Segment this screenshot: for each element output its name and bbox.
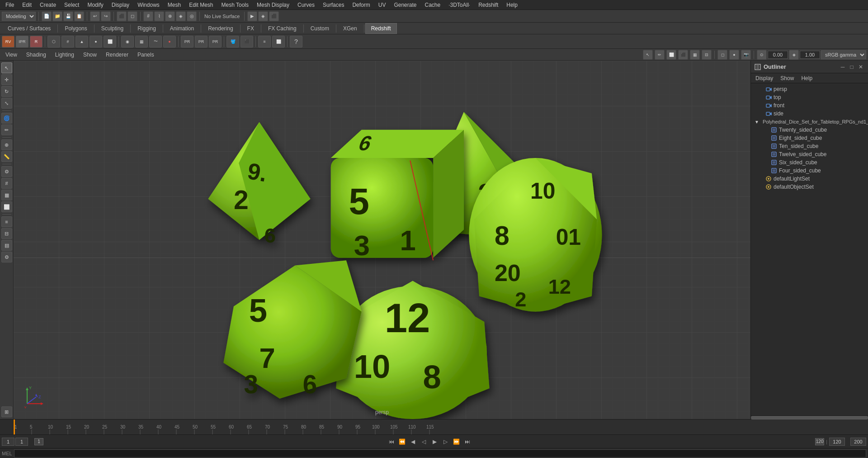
tab-fx[interactable]: FX [241,23,260,34]
snap-grid-btn[interactable]: # [143,11,153,21]
playback-end-box[interactable]: 120 [815,438,824,445]
attr-btn[interactable]: ≡ [1,216,12,227]
timeline-ruler[interactable]: 1 5 10 15 20 25 30 35 40 45 50 55 60 [14,420,868,434]
cylinder-btn[interactable]: ⬜ [104,36,116,48]
tab-fx-caching[interactable]: FX Caching [262,23,302,34]
pr2-btn[interactable]: PR [195,36,208,48]
expand-d6[interactable] [764,160,769,165]
outliner-item-front[interactable]: front [751,101,868,110]
snap-tool-btn[interactable]: ⊕ [1,139,12,150]
scale-tool-btn[interactable]: ⤡ [1,98,12,109]
prev-frame-btn[interactable]: ⏪ [398,437,407,446]
tab-rigging[interactable]: Rigging [132,23,162,34]
mel-input[interactable] [14,449,866,458]
outliner-minimize-btn[interactable]: ─ [839,63,846,71]
snap-live-btn[interactable]: ◎ [187,11,197,21]
menu-mesh-display[interactable]: Mesh Display [253,1,293,9]
menu-redshift[interactable]: Redshift [475,1,502,9]
renderer-menu[interactable]: Renderer [102,51,132,59]
light1-btn[interactable]: ◉ [121,36,134,48]
expand-d20[interactable] [764,127,769,133]
tool-settings-btn[interactable]: ⚙ [1,252,12,262]
expand-persp[interactable] [758,86,764,92]
tab-sculpting[interactable]: Sculpting [95,23,129,34]
expand-d10[interactable] [764,143,769,149]
menu-edit[interactable]: Edit [19,1,35,9]
lasso-btn[interactable]: ◻ [127,11,137,21]
next-frame-btn[interactable]: ⏩ [452,437,461,446]
view-mode2-btn[interactable]: ⬛ [678,50,688,60]
select-mode-btn[interactable]: ↖ [643,50,653,60]
menu-windows[interactable]: Windows [134,1,163,9]
tab-redshift[interactable]: Redshift [365,23,397,34]
outliner-item-d4[interactable]: Four_sided_cube [751,167,868,175]
menu-select[interactable]: Select [61,1,83,9]
render-rv-btn[interactable]: RV [2,36,14,48]
menu-help[interactable]: Help [503,1,521,9]
render-btn[interactable]: ▶ [247,11,257,21]
sphere-btn[interactable]: ● [90,36,102,48]
outliner-help-menu[interactable]: Help [798,74,815,82]
save-as-btn[interactable]: 📋 [74,11,84,21]
undo-btn[interactable]: ↩ [90,11,100,21]
stop-render-btn[interactable]: ⬛ [269,11,279,21]
select-tool-btn[interactable]: ↖ [1,62,12,73]
ipr-r-btn[interactable]: R [30,36,42,48]
d10-die[interactable]: 8 20 10 01 2 12 [469,158,602,311]
outliner-item-side[interactable]: side [751,110,868,118]
view-mode3-btn[interactable]: ▦ [690,50,700,60]
outliner-hscrollbar[interactable] [751,416,868,420]
mode-dropdown[interactable]: Modeling [2,12,36,21]
play-back-btn[interactable]: ◁ [420,437,429,446]
snap-surface-btn[interactable]: ◈ [176,11,186,21]
expand-d12[interactable] [764,152,769,157]
menu-curves[interactable]: Curves [294,1,318,9]
range-end-input[interactable] [829,438,845,446]
lighting-menu[interactable]: Lighting [52,51,78,59]
menu-deform[interactable]: Deform [349,1,373,9]
help-btn[interactable]: ? [290,36,302,48]
outliner-item-top[interactable]: top [751,93,868,101]
menu-mesh-tools[interactable]: Mesh Tools [218,1,252,9]
obj-btn[interactable]: ⬡ [47,36,60,48]
menu-3dto-all[interactable]: ·3DToAll· [445,1,474,9]
snap-point-btn[interactable]: ⊕ [165,11,175,21]
outliner-item-light-set[interactable]: defaultLightSet [751,175,868,183]
value1-input[interactable]: 0.00 [768,51,788,59]
bottom-btn[interactable]: ⊞ [1,406,12,417]
d20-die[interactable]: 5 7 3 6 [223,260,361,399]
outliner-close-btn[interactable]: ✕ [857,63,864,71]
expand-object-set[interactable] [758,184,764,190]
menu-modify[interactable]: Modify [84,1,107,9]
render2-btn[interactable]: ⬛ [241,36,253,48]
d6-die[interactable]: 5 3 1 6 [331,130,464,261]
view4-btn[interactable]: ⬜ [1,201,12,212]
d12-die[interactable]: 12 10 8 [336,281,489,419]
prev-key-btn[interactable]: ◀ [409,437,418,446]
expand-d4[interactable] [764,168,769,173]
outliner-item-d6[interactable]: Six_sided_cube [751,158,868,167]
frame-current-input[interactable] [15,438,28,446]
menu-cache[interactable]: Cache [421,1,444,9]
outliner-item-d12[interactable]: Twelve_sided_cube [751,150,868,158]
outliner-item-object-set[interactable]: defaultObjectSet [751,183,868,191]
bucket-btn[interactable]: 🪣 [226,36,239,48]
move-tool-btn[interactable]: ✛ [1,74,12,85]
goto-start-btn[interactable]: ⏮ [387,437,396,446]
channel-btn[interactable]: ⊟ [1,228,12,239]
outliner-item-persp[interactable]: persp [751,85,868,93]
wireframe-btn[interactable]: ◻ [717,50,727,60]
expand-top[interactable] [758,95,764,100]
outliner-item-d20[interactable]: Twenty_sided_cube [751,126,868,134]
measure-btn[interactable]: 📏 [1,151,12,162]
tab-custom[interactable]: Custom [305,23,335,34]
outliner-display-menu[interactable]: Display [753,74,776,82]
outliner-show-menu[interactable]: Show [778,74,797,82]
expand-side[interactable] [758,111,764,116]
tab-xgen[interactable]: XGen [337,23,363,34]
value2-input[interactable]: 1.00 [800,51,820,59]
view3-btn[interactable]: ▦ [1,190,12,200]
menu-create[interactable]: Create [36,1,60,9]
menu-uv[interactable]: UV [375,1,390,9]
select-btn[interactable]: ⬛ [117,11,127,21]
